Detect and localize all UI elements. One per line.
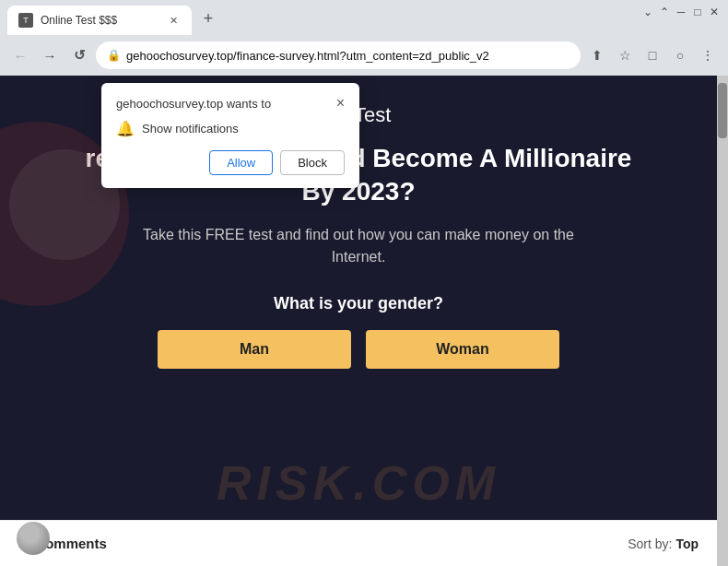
tab-bar: T Online Test $$$ ✕ + ⌄ ⌃ ─ □ ✕ bbox=[0, 0, 728, 35]
subtext: Take this FREE test and find out how you… bbox=[119, 224, 598, 268]
extensions-icon[interactable]: □ bbox=[640, 42, 665, 68]
sort-label: Sort by: bbox=[628, 537, 672, 551]
notification-popup: gehoochosurvey.top wants to × 🔔 Show not… bbox=[101, 83, 359, 188]
watermark: RISK.COM bbox=[217, 455, 500, 511]
notification-header: gehoochosurvey.top wants to × bbox=[116, 96, 345, 111]
toolbar-icons: ⬆ ☆ □ ○ ⋮ bbox=[584, 42, 721, 68]
tab-favicon: T bbox=[18, 13, 33, 28]
browser-toolbar: ← → ↺ 🔒 gehoochosurvey.top/finance-surve… bbox=[0, 35, 728, 76]
scrollbar[interactable] bbox=[717, 76, 728, 566]
block-button[interactable]: Block bbox=[280, 150, 345, 175]
woman-button[interactable]: Woman bbox=[366, 330, 559, 369]
sort-value: Top bbox=[675, 537, 699, 551]
back-button[interactable]: ← bbox=[7, 42, 33, 68]
bookmark-icon[interactable]: ☆ bbox=[612, 42, 638, 68]
new-tab-button[interactable]: + bbox=[195, 6, 221, 31]
close-window-button[interactable]: ✕ bbox=[708, 6, 721, 18]
allow-button[interactable]: Allow bbox=[209, 150, 273, 175]
page-content: RISK.COM ne Test reat Career Online And … bbox=[0, 76, 717, 566]
notification-title: gehoochosurvey.top wants to bbox=[116, 97, 271, 111]
chevron-down-icon[interactable]: ⌄ bbox=[641, 6, 654, 18]
scrollbar-thumb[interactable] bbox=[718, 83, 727, 138]
minimize-button[interactable]: ─ bbox=[675, 6, 687, 18]
browser-frame: T Online Test $$$ ✕ + ⌄ ⌃ ─ □ ✕ ← → ↺ 🔒 … bbox=[0, 0, 728, 566]
page-inner: RISK.COM ne Test reat Career Online And … bbox=[0, 76, 717, 566]
address-bar[interactable]: 🔒 gehoochosurvey.top/finance-survey.html… bbox=[96, 41, 581, 69]
share-icon[interactable]: ⬆ bbox=[584, 42, 610, 68]
comments-bar: 80 comments Sort by: Top bbox=[0, 520, 717, 566]
notification-close-button[interactable]: × bbox=[336, 96, 345, 111]
profile-icon[interactable]: ○ bbox=[667, 42, 693, 68]
active-tab[interactable]: T Online Test $$$ ✕ bbox=[7, 6, 192, 35]
menu-icon[interactable]: ⋮ bbox=[695, 42, 721, 68]
man-button[interactable]: Man bbox=[158, 330, 351, 369]
notification-buttons: Allow Block bbox=[116, 150, 345, 175]
maximize-button[interactable]: □ bbox=[691, 6, 704, 18]
gender-question: What is your gender? bbox=[274, 294, 443, 313]
avatar bbox=[17, 522, 50, 555]
notification-show-text: Show notifications bbox=[142, 122, 239, 136]
lock-icon: 🔒 bbox=[107, 49, 121, 62]
browser-viewport: RISK.COM ne Test reat Career Online And … bbox=[0, 76, 728, 566]
window-controls: ⌄ ⌃ ─ □ ✕ bbox=[641, 6, 721, 18]
bell-icon: 🔔 bbox=[116, 120, 135, 137]
tab-title: Online Test $$$ bbox=[41, 14, 159, 27]
forward-button[interactable]: → bbox=[37, 42, 63, 68]
address-text: gehoochosurvey.top/finance-survey.html?u… bbox=[126, 49, 569, 63]
reload-button[interactable]: ↺ bbox=[66, 42, 92, 68]
gender-buttons-container: Man Woman bbox=[158, 330, 559, 369]
tab-close-button[interactable]: ✕ bbox=[166, 13, 181, 28]
notification-row: 🔔 Show notifications bbox=[116, 120, 345, 137]
chevron-up-icon[interactable]: ⌃ bbox=[658, 6, 671, 18]
